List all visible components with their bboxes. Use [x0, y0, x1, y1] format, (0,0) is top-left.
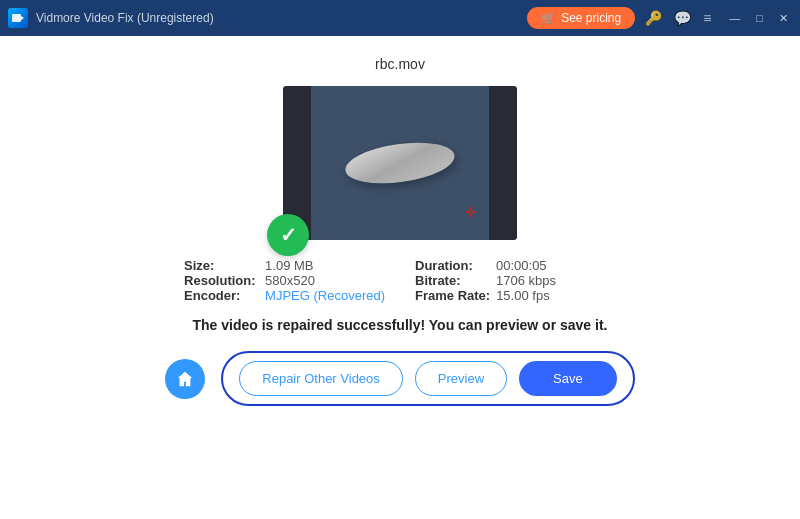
- minimize-button[interactable]: —: [725, 10, 744, 26]
- window-controls: — □ ✕: [725, 10, 792, 27]
- close-button[interactable]: ✕: [775, 10, 792, 27]
- preview-button[interactable]: Preview: [415, 361, 507, 396]
- bitrate-label: Bitrate:: [415, 273, 490, 288]
- crosshair-icon: ✛: [465, 204, 477, 220]
- success-message: The video is repaired successfully! You …: [193, 317, 608, 333]
- duration-value: 00:00:05: [496, 258, 547, 273]
- app-logo: [8, 8, 28, 28]
- info-framerate-row: Frame Rate: 15.00 fps: [415, 288, 616, 303]
- info-col-right: Duration: 00:00:05 Bitrate: 1706 kbps Fr…: [415, 258, 616, 303]
- file-info: Size: 1.09 MB Resolution: 580x520 Encode…: [184, 258, 616, 303]
- duration-label: Duration:: [415, 258, 490, 273]
- info-duration-row: Duration: 00:00:05: [415, 258, 616, 273]
- video-thumbnail: ✛ ✓: [283, 86, 517, 240]
- bitrate-value: 1706 kbps: [496, 273, 556, 288]
- menu-icon[interactable]: ≡: [703, 10, 711, 26]
- video-filename: rbc.mov: [375, 56, 425, 72]
- svg-rect-0: [12, 14, 21, 22]
- title-bar: Vidmore Video Fix (Unregistered) 🛒 See p…: [0, 0, 800, 36]
- success-badge: ✓: [267, 214, 309, 256]
- encoder-value: MJPEG (Recovered): [265, 288, 385, 303]
- maximize-button[interactable]: □: [752, 10, 767, 26]
- framerate-label: Frame Rate:: [415, 288, 490, 303]
- video-inner: [283, 86, 517, 240]
- title-icons: 🔑 💬 ≡: [645, 10, 711, 26]
- key-icon[interactable]: 🔑: [645, 10, 662, 26]
- app-title: Vidmore Video Fix (Unregistered): [36, 11, 214, 25]
- cart-icon: 🛒: [541, 11, 556, 25]
- size-value: 1.09 MB: [265, 258, 313, 273]
- info-resolution-row: Resolution: 580x520: [184, 273, 385, 288]
- encoder-label: Encoder:: [184, 288, 259, 303]
- chat-icon[interactable]: 💬: [674, 10, 691, 26]
- save-button[interactable]: Save: [519, 361, 617, 396]
- resolution-value: 580x520: [265, 273, 315, 288]
- home-button[interactable]: [165, 359, 205, 399]
- title-bar-left: Vidmore Video Fix (Unregistered): [8, 8, 214, 28]
- bottom-wrapper: Repair Other Videos Preview Save: [165, 351, 634, 406]
- video-preview-shape: [343, 137, 457, 190]
- main-content: rbc.mov ✛ ✓ Size: 1.09 MB Resolution: 58…: [0, 36, 800, 519]
- repair-other-videos-button[interactable]: Repair Other Videos: [239, 361, 403, 396]
- info-encoder-row: Encoder: MJPEG (Recovered): [184, 288, 385, 303]
- info-size-row: Size: 1.09 MB: [184, 258, 385, 273]
- pricing-label: See pricing: [561, 11, 621, 25]
- action-panel: Repair Other Videos Preview Save: [221, 351, 634, 406]
- svg-marker-1: [21, 16, 24, 20]
- info-bitrate-row: Bitrate: 1706 kbps: [415, 273, 616, 288]
- pricing-button[interactable]: 🛒 See pricing: [527, 7, 635, 29]
- title-bar-right: 🛒 See pricing 🔑 💬 ≡ — □ ✕: [527, 7, 792, 29]
- resolution-label: Resolution:: [184, 273, 259, 288]
- framerate-value: 15.00 fps: [496, 288, 550, 303]
- info-col-left: Size: 1.09 MB Resolution: 580x520 Encode…: [184, 258, 385, 303]
- size-label: Size:: [184, 258, 259, 273]
